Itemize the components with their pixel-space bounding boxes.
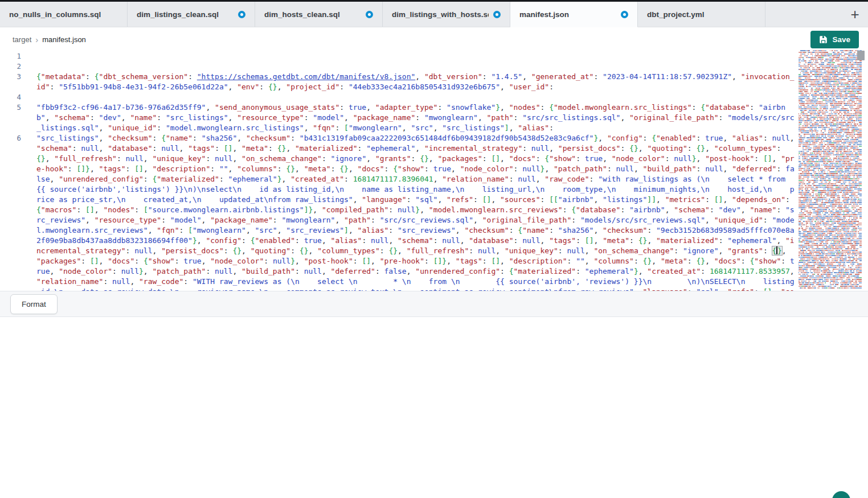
tab-label: manifest.json xyxy=(519,10,616,19)
line-content xyxy=(26,61,797,72)
line-number: 2 xyxy=(0,61,26,72)
tab-label: dim_listings_clean.sql xyxy=(137,10,234,19)
tab-label: dbt_project.yml xyxy=(647,10,756,19)
modified-dot-icon[interactable] xyxy=(366,11,373,18)
tab-bar: no_nulls_in_columns.sql dim_listings_cle… xyxy=(0,2,868,27)
tab-label: no_nulls_in_columns.sql xyxy=(9,10,118,19)
action-bar: Format xyxy=(0,291,868,317)
editor-tab[interactable]: dim_hosts_clean.sql xyxy=(255,2,383,27)
editor-tab[interactable]: no_nulls_in_columns.sql xyxy=(0,2,128,27)
minimap[interactable] xyxy=(799,50,862,290)
new-tab-button[interactable]: + xyxy=(842,2,868,27)
code-line: 2 xyxy=(0,61,797,72)
editor-tab[interactable]: manifest.json xyxy=(510,2,638,27)
plus-icon: + xyxy=(850,6,859,23)
line-content: "src_listings", "checksum": {"name": "sh… xyxy=(26,133,797,291)
tab-label: dim_listings_with_hosts.sql xyxy=(392,10,489,19)
breadcrumb-folder: target xyxy=(13,35,31,44)
line-number: 4 xyxy=(0,92,26,102)
scrollbar-thumb[interactable] xyxy=(857,51,865,60)
chevron-right-icon: › xyxy=(35,35,38,44)
line-number: 1 xyxy=(0,51,26,61)
code-line: 3 {"metadata": {"dbt_schema_version": "h… xyxy=(0,72,797,92)
modified-dot-icon[interactable] xyxy=(238,11,245,18)
line-content xyxy=(26,51,797,61)
tab-label: dim_hosts_clean.sql xyxy=(264,10,361,19)
breadcrumb-bar: target › manifest.json Save xyxy=(0,27,868,51)
line-number: 5 xyxy=(0,102,26,133)
line-content: "fbb9f3c2-cf96-4a17-b736-976a62d35ff9", … xyxy=(26,102,797,133)
modified-dot-icon[interactable] xyxy=(621,11,628,18)
code-line: 4 xyxy=(0,92,797,102)
line-number: 3 xyxy=(0,72,26,92)
code-line: 6 "src_listings", "checksum": {"name": "… xyxy=(0,133,797,291)
results-panel xyxy=(0,317,868,498)
modified-dot-icon[interactable] xyxy=(493,11,501,18)
save-button-label: Save xyxy=(832,35,850,44)
code-line: 5 "fbb9f3c2-cf96-4a17-b736-976a62d35ff9"… xyxy=(0,102,797,133)
line-content xyxy=(26,92,797,102)
editor-tab[interactable]: dbt_project.yml xyxy=(638,2,765,27)
code-editor[interactable]: 1 2 3 {"metadata": {"dbt_schema_version"… xyxy=(0,51,797,291)
editor-tab[interactable]: dim_listings_with_hosts.sql xyxy=(383,2,510,27)
breadcrumb-file: manifest.json xyxy=(42,35,86,44)
line-number: 6 xyxy=(0,133,26,291)
format-button[interactable]: Format xyxy=(10,294,58,314)
editor-tab[interactable]: dim_listings_clean.sql xyxy=(128,2,255,27)
code-line: 1 xyxy=(0,51,797,61)
line-content: {"metadata": {"dbt_schema_version": "htt… xyxy=(26,72,797,92)
format-button-label: Format xyxy=(22,300,46,308)
save-button[interactable]: Save xyxy=(810,31,859,48)
floppy-disk-icon xyxy=(819,35,828,44)
code-lines: 1 2 3 {"metadata": {"dbt_schema_version"… xyxy=(0,51,797,291)
